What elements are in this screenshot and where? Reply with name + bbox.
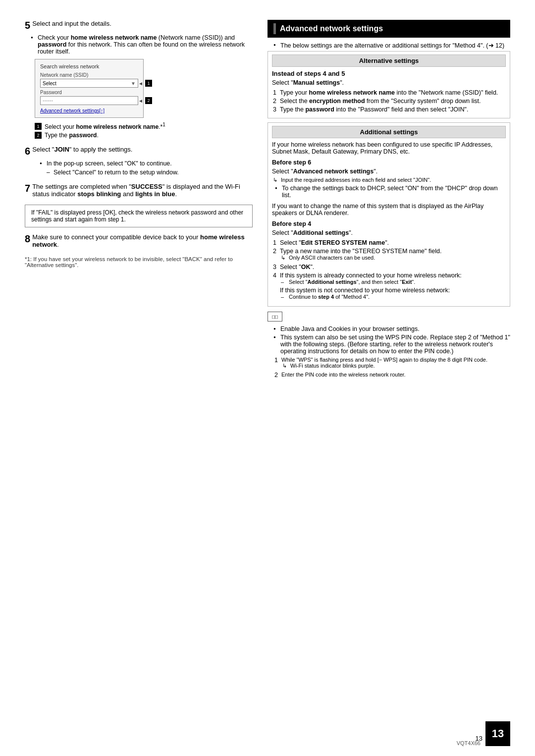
bottom-bullet-2: This system can also be set using the WP… [273, 334, 510, 355]
password-field-box: •••••• [40, 96, 138, 105]
before-4-step-4: 4 If this system is already connected to… [273, 272, 506, 301]
ssid-field-box: Select ▼ [40, 79, 138, 88]
before-4-text: Select "Additional settings". [272, 229, 506, 236]
right-column: Advanced network settings The below sett… [268, 20, 510, 380]
before-6-bullet-1: To change the settings back to DHCP, sel… [275, 185, 506, 199]
section-title: Advanced network settings [280, 24, 383, 33]
before-4-step-3: 3 Select "OK". [273, 264, 506, 270]
screenshot-title: Search wireless network [40, 63, 138, 69]
note-icon: □□ [268, 312, 282, 322]
alt-steps: 1 Type your home wireless network name i… [273, 89, 506, 113]
alt-step-1: 1 Type your home wireless network name i… [273, 89, 506, 96]
right-intro: The below settings are the alternative o… [273, 42, 510, 49]
step-7-title: The settings are completed when "SUCCESS… [32, 183, 253, 198]
step-5: 5 Select and input the details. Check yo… [25, 20, 253, 139]
annotation-badge-1: 1 [35, 123, 42, 130]
screenshot-box: Search wireless network Network name (SS… [35, 59, 144, 118]
additional-settings: Additional settings If your home wireles… [268, 122, 510, 307]
alt-subheader: Instead of steps 4 and 5 [272, 70, 506, 77]
ssid-field-label: Network name (SSID) [40, 72, 138, 78]
before-6-text: Select "Advanced network settings". [272, 168, 506, 175]
bottom-bullet-1: Enable Java and Cookies in your browser … [273, 325, 510, 332]
before-step-6: Before step 6 Select "Advanced network s… [272, 159, 506, 199]
annotation-badge-2: 2 [35, 132, 42, 139]
step-7-number: 7 [25, 183, 30, 194]
step-5-number: 5 [25, 20, 30, 31]
footnote-text: *1: If you have set your wireless networ… [25, 256, 233, 268]
step-6-sub-1: Select "Cancel" to return to the setup w… [47, 169, 253, 176]
step-5-bullet-1: Check your home wireless network name (N… [31, 34, 253, 55]
badge-2: 2 [145, 97, 152, 104]
header-bar [273, 23, 276, 34]
before-4-label: Before step 4 [272, 220, 506, 227]
step-5-annotations: 1 Select your home wireless network name… [35, 122, 253, 139]
step-7: 7 The settings are completed when "SUCCE… [25, 183, 253, 198]
step-6-title: Select "JOIN" to apply the settings. [32, 146, 253, 153]
wps-step-2: 2 Enter the PIN code into the wireless n… [274, 372, 510, 378]
wps-steps: 1 While "WPS" is flashing press and hold… [274, 357, 510, 378]
password-field-label: Password [40, 90, 138, 95]
section-header: Advanced network settings [268, 20, 510, 38]
ssid-value: Select [43, 81, 56, 86]
step4-dash-1: Select "Additional settings", and then s… [280, 279, 462, 285]
badge-1: 1 [145, 80, 152, 87]
step-8: 8 Make sure to connect your compatible d… [25, 233, 253, 248]
annotation-1: Select your home wireless network name.*… [45, 122, 165, 130]
footnote: *1: If you have set your wireless networ… [25, 256, 253, 268]
bottom-bullets: Enable Java and Cookies in your browser … [273, 325, 510, 355]
before-step-4: Before step 4 Select "Additional setting… [272, 220, 506, 301]
before-6-label: Before step 6 [272, 159, 506, 166]
additional-intro: If your home wireless network has been c… [272, 141, 506, 155]
step-5-title: Select and input the details. [32, 20, 253, 27]
before-6-bullets: To change the settings back to DHCP, sel… [275, 185, 506, 199]
step-6-bullets: In the pop-up screen, select "OK" to con… [40, 160, 253, 176]
alt-step-2: 2 Select the encryption method from the … [273, 98, 506, 105]
ascii-note: Only ASCII characters can be used. [280, 255, 441, 261]
left-column: 5 Select and input the details. Check yo… [25, 20, 253, 380]
before-4-step-2: 2 Type a new name into the "STEREO SYSTE… [273, 248, 506, 262]
bottom-notes: □□ Enable Java and Cookies in your brows… [268, 312, 510, 378]
fail-box: If "FAIL" is displayed press [OK], check… [25, 205, 253, 227]
alternative-settings: Alternative settings Instead of steps 4 … [268, 51, 510, 118]
before-4-steps: 1 Select "Edit STEREO SYSTEM name". 2 Ty… [273, 239, 506, 301]
wps-step-1: 1 While "WPS" is flashing press and hold… [274, 357, 510, 370]
step-6: 6 Select "JOIN" to apply the settings. I… [25, 146, 253, 176]
alternative-header: Alternative settings [272, 54, 506, 67]
fail-text: If "FAIL" is displayed press [OK], check… [31, 209, 243, 223]
step-8-title: Make sure to connect your compatible dev… [32, 233, 253, 248]
wps-step-1-arrow: Wi-Fi status indicator blinks purple. [281, 363, 487, 369]
alt-select-manual: Select "Manual settings". [272, 79, 506, 86]
step4-not-connected: If this system is not connected to your … [280, 287, 462, 294]
model-number: VQT4X66 [457, 740, 481, 746]
before-4-step-1: 1 Select "Edit STEREO SYSTEM name". [273, 239, 506, 246]
step-5-bullets: Check your home wireless network name (N… [31, 34, 253, 55]
step-6-bullet-1: In the pop-up screen, select "OK" to con… [40, 160, 253, 167]
airplay-text: If you want to change the name of this s… [272, 203, 506, 216]
step-6-subbullets: Select "Cancel" to return to the setup w… [47, 169, 253, 176]
step4-dash-2: Continue to step 4 of "Method 4". [280, 294, 462, 300]
right-intro-bullet: The below settings are the alternative o… [273, 42, 510, 49]
advanced-link: Advanced network settings[↑] [40, 108, 138, 113]
additional-header: Additional settings [272, 126, 506, 138]
step-8-number: 8 [25, 233, 30, 245]
page: ENGLISH 5 Select and input the details. … [0, 0, 535, 756]
page-number-box: 13 [485, 721, 510, 746]
before-6-arrow-1: Input the required addresses into each f… [272, 177, 506, 183]
annotation-2: Type the password. [45, 132, 99, 139]
alt-step-3: 3 Type the password into the "Password" … [273, 106, 506, 113]
step-6-number: 6 [25, 146, 30, 157]
